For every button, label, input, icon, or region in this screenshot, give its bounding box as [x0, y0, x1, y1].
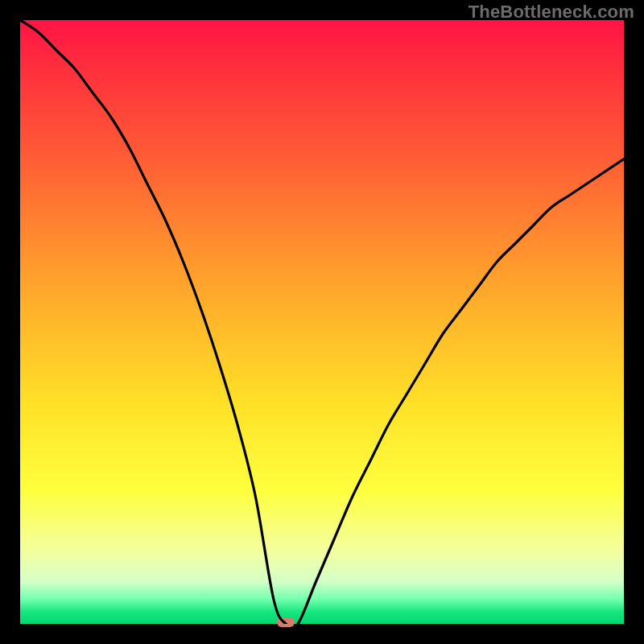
bottleneck-curve — [20, 20, 624, 624]
curve-path — [20, 20, 624, 624]
chart-frame: TheBottleneck.com — [0, 0, 644, 644]
watermark-text: TheBottleneck.com — [469, 2, 634, 23]
